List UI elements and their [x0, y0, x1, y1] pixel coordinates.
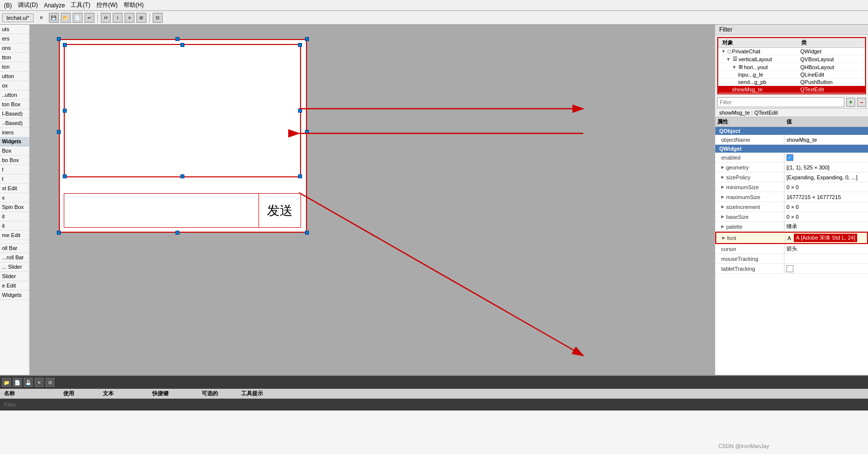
sidebar-item-ons[interactable]: ons [0, 43, 29, 53]
menu-item-controls[interactable]: 控件(W) [96, 1, 118, 9]
enabled-checkbox[interactable]: ✓ [786, 154, 793, 161]
handle-mr [298, 109, 302, 113]
prop-row-maximumsize[interactable]: maximumSize 16777215 × 16777215 [715, 192, 868, 202]
props-add-btn[interactable]: + [846, 98, 855, 107]
action-toolbar-btn-new[interactable]: 📄 [13, 378, 22, 387]
sidebar-item-utton2[interactable]: ..utton [0, 90, 29, 100]
toolbar-align-btn[interactable]: ≡ [125, 13, 134, 23]
sidebar-item-widgets[interactable]: Widgets [0, 290, 29, 300]
tab-label[interactable]: techat.ui* [2, 13, 34, 22]
toolbar-i-btn[interactable]: I [113, 13, 123, 23]
sidebar-item-it2[interactable]: it [0, 221, 29, 231]
action-toolbar-btn-delete[interactable]: ✕ [35, 378, 43, 387]
toolbar-save-btn[interactable]: 💾 [49, 13, 59, 23]
prop-row-mousetracking[interactable]: mouseTracking [715, 254, 868, 264]
tree-row-horilayout[interactable]: ▼ ⊞ hori...yout QHBoxLayout [718, 63, 865, 71]
sidebar-item-iners[interactable]: iners [0, 128, 29, 137]
action-toolbar-btn-save[interactable]: 💾 [24, 378, 33, 387]
sidebar-item-ers[interactable]: ers [0, 34, 29, 43]
sidebar-item-spin-box[interactable]: Spin Box [0, 203, 29, 212]
sidebar-item-box[interactable]: Box [0, 146, 29, 156]
prop-val-basesize: 0 × 0 [784, 212, 868, 221]
handle-bm [180, 174, 184, 178]
prop-name-palette: palette [715, 222, 784, 231]
prop-row-sizeincrement[interactable]: sizeIncrement 0 × 0 [715, 202, 868, 212]
icon-privatechat: □ [728, 48, 731, 54]
prop-row-enabled[interactable]: enabled ✓ [715, 153, 868, 163]
prop-name-objectname: objectName [715, 135, 784, 144]
sidebar-item-t2[interactable]: t [0, 174, 29, 184]
prop-row-sizepolicy[interactable]: sizePolicy [Expanding, Expanding, 0, ...… [715, 172, 868, 182]
menu-item-debug[interactable]: 调试(D) [18, 1, 38, 9]
svg-line-4 [299, 193, 583, 356]
sidebar-item-ton[interactable]: ton [0, 62, 29, 72]
cls-verticallayout: QVBoxLayout [799, 56, 863, 62]
toolbar-grid-btn[interactable]: ⊟ [153, 13, 163, 23]
toolbar-h-btn[interactable]: H [101, 13, 111, 23]
prop-row-geometry[interactable]: geometry [(1, 1), 525 × 300] [715, 163, 868, 172]
toolbar-undo-btn[interactable]: ↩ [85, 13, 94, 23]
sidebar-item-uts[interactable]: uts [0, 25, 29, 34]
menu-item-b[interactable]: (B) [4, 2, 12, 9]
action-toolbar-btn-settings[interactable]: ⚙ [45, 378, 54, 387]
send-button[interactable]: 发送 [259, 194, 301, 227]
props-table: 属性 值 QObject objectName showMsg_te QWidg… [715, 117, 868, 375]
action-filter-input[interactable] [4, 402, 72, 408]
properties-panel: + – showMsg_te : QTextEdit 属性 值 QObject … [715, 96, 868, 375]
outer-handle-tl [57, 37, 61, 41]
sidebar-item-x[interactable]: x [0, 193, 29, 203]
sidebar-item-ox[interactable]: ox [0, 81, 29, 90]
tablettracking-checkbox[interactable] [786, 265, 793, 272]
action-table-header: 名称 使用 文本 快捷键 可选的 工具提示 [0, 389, 868, 399]
toolbar-distribute-btn[interactable]: ⊞ [136, 13, 146, 23]
sidebar-item-t1[interactable]: t [0, 165, 29, 174]
action-col-tooltip: 工具提示 [239, 390, 289, 397]
menu-item-help[interactable]: 帮助(H) [124, 1, 144, 9]
prop-name-sizepolicy: sizePolicy [715, 172, 784, 182]
prop-row-cursor[interactable]: cursor 箭头 [715, 244, 868, 254]
tree-row-sendpb[interactable]: send...g_pb QPushButton [718, 79, 865, 86]
canvas-area[interactable]: 发送 [30, 25, 715, 375]
sidebar-item-bo-box[interactable]: bo Box [0, 156, 29, 165]
sidebar-item-i-based[interactable]: I-Based) [0, 109, 29, 119]
toolbar: techat.ui* × 💾 📂 📄 ↩ H I ≡ ⊞ ⊟ [0, 11, 868, 25]
menu-item-analyze[interactable]: Analyze [44, 2, 65, 9]
sidebar-item-tton[interactable]: tton [0, 53, 29, 62]
sidebar-item-me-edit[interactable]: me Edit [0, 231, 29, 240]
action-toolbar-btn-folder[interactable]: 📁 [2, 378, 11, 387]
prop-row-basesize[interactable]: baseSize 0 × 0 [715, 212, 868, 222]
tree-row-verticallayout[interactable]: ▼ ☰ verticalLayout QVBoxLayout [718, 55, 865, 63]
sidebar-item-utton[interactable]: utton [0, 72, 29, 81]
toolbar-open-btn[interactable]: 📂 [61, 13, 71, 23]
sidebar-item-roll-bar[interactable]: oll Bar [0, 244, 29, 253]
obj-sendpb: send...g_pb [738, 79, 767, 85]
prop-val-geometry: [(1, 1), 525 × 300] [784, 163, 868, 172]
prop-val-enabled: ✓ [784, 153, 868, 162]
sidebar-item-slider[interactable]: ... Slider [0, 262, 29, 272]
obj-inputle: inpu...g_le [738, 72, 763, 78]
tree-row-showmsg[interactable]: showMsg_te QTextEdit [718, 86, 865, 93]
outer-handle-tm [175, 37, 179, 41]
props-section-qobject: QObject [715, 127, 868, 135]
tab-close-btn[interactable]: × [40, 14, 43, 21]
toolbar-new-btn[interactable]: 📄 [73, 13, 83, 23]
input-line-edit[interactable] [64, 194, 259, 227]
prop-row-minimumsize[interactable]: minimumSize 0 × 0 [715, 182, 868, 192]
sidebar-item-it1[interactable]: it [0, 212, 29, 221]
tree-row-privatechat[interactable]: ▼ □ PrivateChat QWidget [718, 48, 865, 55]
prop-row-objectname[interactable]: objectName showMsg_te [715, 135, 868, 145]
props-remove-btn[interactable]: – [857, 98, 866, 107]
sidebar-item-xt-edit[interactable]: xt Edit [0, 184, 29, 193]
outer-handle-bl [57, 231, 61, 235]
tree-row-inputle[interactable]: inpu...g_le QLineEdit [718, 71, 865, 79]
props-filter-input[interactable] [717, 97, 844, 107]
sidebar-item-dot-based[interactable]: .-Based) [0, 119, 29, 128]
sidebar-item-roll-bar2[interactable]: ...roll Bar [0, 253, 29, 262]
sidebar-item-ton-box[interactable]: ton Box [0, 100, 29, 109]
prop-row-tablettracking[interactable]: tabletTracking [715, 264, 868, 274]
sidebar-item-e-edit[interactable]: e Edit [0, 281, 29, 290]
menu-item-tools[interactable]: 工具(T) [71, 1, 90, 9]
prop-row-palette[interactable]: palette 继承 [715, 222, 868, 232]
prop-row-font[interactable]: font A A [Adobe 宋体 Std L, 24] [715, 232, 868, 244]
sidebar-item-slider2[interactable]: Slider [0, 272, 29, 281]
